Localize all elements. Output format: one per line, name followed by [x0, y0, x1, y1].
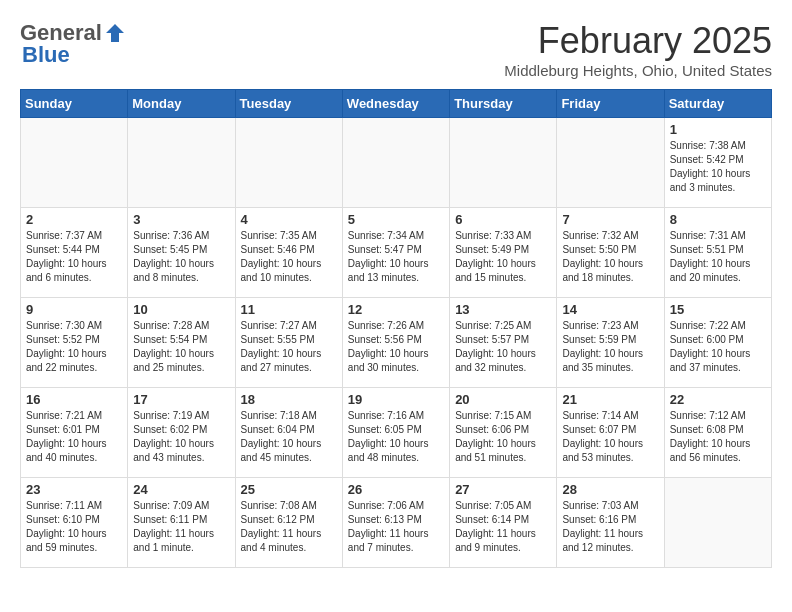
calendar-cell: 2Sunrise: 7:37 AM Sunset: 5:44 PM Daylig… [21, 208, 128, 298]
calendar-week-row: 23Sunrise: 7:11 AM Sunset: 6:10 PM Dayli… [21, 478, 772, 568]
day-number: 10 [133, 302, 229, 317]
calendar-cell: 4Sunrise: 7:35 AM Sunset: 5:46 PM Daylig… [235, 208, 342, 298]
day-info: Sunrise: 7:16 AM Sunset: 6:05 PM Dayligh… [348, 409, 444, 465]
calendar-cell [128, 118, 235, 208]
day-info: Sunrise: 7:35 AM Sunset: 5:46 PM Dayligh… [241, 229, 337, 285]
title-block: February 2025 Middleburg Heights, Ohio, … [504, 20, 772, 79]
column-header-wednesday: Wednesday [342, 90, 449, 118]
day-number: 15 [670, 302, 766, 317]
day-info: Sunrise: 7:19 AM Sunset: 6:02 PM Dayligh… [133, 409, 229, 465]
calendar-cell: 10Sunrise: 7:28 AM Sunset: 5:54 PM Dayli… [128, 298, 235, 388]
location-title: Middleburg Heights, Ohio, United States [504, 62, 772, 79]
day-number: 1 [670, 122, 766, 137]
day-info: Sunrise: 7:23 AM Sunset: 5:59 PM Dayligh… [562, 319, 658, 375]
day-number: 14 [562, 302, 658, 317]
calendar-cell: 26Sunrise: 7:06 AM Sunset: 6:13 PM Dayli… [342, 478, 449, 568]
calendar-cell: 6Sunrise: 7:33 AM Sunset: 5:49 PM Daylig… [450, 208, 557, 298]
calendar-header-row: SundayMondayTuesdayWednesdayThursdayFrid… [21, 90, 772, 118]
logo-blue: Blue [22, 42, 70, 68]
calendar-cell: 20Sunrise: 7:15 AM Sunset: 6:06 PM Dayli… [450, 388, 557, 478]
day-info: Sunrise: 7:08 AM Sunset: 6:12 PM Dayligh… [241, 499, 337, 555]
calendar-cell: 25Sunrise: 7:08 AM Sunset: 6:12 PM Dayli… [235, 478, 342, 568]
day-info: Sunrise: 7:27 AM Sunset: 5:55 PM Dayligh… [241, 319, 337, 375]
day-number: 5 [348, 212, 444, 227]
calendar-week-row: 2Sunrise: 7:37 AM Sunset: 5:44 PM Daylig… [21, 208, 772, 298]
calendar-cell: 1Sunrise: 7:38 AM Sunset: 5:42 PM Daylig… [664, 118, 771, 208]
calendar-cell [557, 118, 664, 208]
day-info: Sunrise: 7:33 AM Sunset: 5:49 PM Dayligh… [455, 229, 551, 285]
column-header-friday: Friday [557, 90, 664, 118]
day-number: 6 [455, 212, 551, 227]
calendar-cell: 14Sunrise: 7:23 AM Sunset: 5:59 PM Dayli… [557, 298, 664, 388]
day-number: 25 [241, 482, 337, 497]
day-number: 3 [133, 212, 229, 227]
calendar-cell: 5Sunrise: 7:34 AM Sunset: 5:47 PM Daylig… [342, 208, 449, 298]
calendar-cell: 22Sunrise: 7:12 AM Sunset: 6:08 PM Dayli… [664, 388, 771, 478]
day-info: Sunrise: 7:37 AM Sunset: 5:44 PM Dayligh… [26, 229, 122, 285]
day-number: 26 [348, 482, 444, 497]
logo-icon [104, 22, 126, 44]
calendar-cell [21, 118, 128, 208]
day-info: Sunrise: 7:15 AM Sunset: 6:06 PM Dayligh… [455, 409, 551, 465]
calendar-cell: 19Sunrise: 7:16 AM Sunset: 6:05 PM Dayli… [342, 388, 449, 478]
day-number: 7 [562, 212, 658, 227]
day-number: 17 [133, 392, 229, 407]
day-number: 4 [241, 212, 337, 227]
day-info: Sunrise: 7:09 AM Sunset: 6:11 PM Dayligh… [133, 499, 229, 555]
day-number: 2 [26, 212, 122, 227]
svg-marker-0 [106, 24, 124, 42]
logo: General Blue [20, 20, 126, 68]
calendar-cell [235, 118, 342, 208]
day-info: Sunrise: 7:12 AM Sunset: 6:08 PM Dayligh… [670, 409, 766, 465]
calendar-cell: 27Sunrise: 7:05 AM Sunset: 6:14 PM Dayli… [450, 478, 557, 568]
calendar-cell [450, 118, 557, 208]
column-header-tuesday: Tuesday [235, 90, 342, 118]
day-info: Sunrise: 7:34 AM Sunset: 5:47 PM Dayligh… [348, 229, 444, 285]
day-info: Sunrise: 7:03 AM Sunset: 6:16 PM Dayligh… [562, 499, 658, 555]
day-number: 20 [455, 392, 551, 407]
calendar-cell: 8Sunrise: 7:31 AM Sunset: 5:51 PM Daylig… [664, 208, 771, 298]
calendar-cell: 3Sunrise: 7:36 AM Sunset: 5:45 PM Daylig… [128, 208, 235, 298]
day-info: Sunrise: 7:06 AM Sunset: 6:13 PM Dayligh… [348, 499, 444, 555]
calendar-cell [342, 118, 449, 208]
day-info: Sunrise: 7:25 AM Sunset: 5:57 PM Dayligh… [455, 319, 551, 375]
column-header-saturday: Saturday [664, 90, 771, 118]
calendar-cell: 11Sunrise: 7:27 AM Sunset: 5:55 PM Dayli… [235, 298, 342, 388]
calendar-cell: 17Sunrise: 7:19 AM Sunset: 6:02 PM Dayli… [128, 388, 235, 478]
calendar-cell: 16Sunrise: 7:21 AM Sunset: 6:01 PM Dayli… [21, 388, 128, 478]
day-number: 18 [241, 392, 337, 407]
day-number: 8 [670, 212, 766, 227]
day-number: 16 [26, 392, 122, 407]
column-header-sunday: Sunday [21, 90, 128, 118]
day-number: 9 [26, 302, 122, 317]
calendar-cell: 7Sunrise: 7:32 AM Sunset: 5:50 PM Daylig… [557, 208, 664, 298]
day-info: Sunrise: 7:14 AM Sunset: 6:07 PM Dayligh… [562, 409, 658, 465]
calendar-cell: 13Sunrise: 7:25 AM Sunset: 5:57 PM Dayli… [450, 298, 557, 388]
day-number: 23 [26, 482, 122, 497]
day-number: 11 [241, 302, 337, 317]
calendar-cell: 9Sunrise: 7:30 AM Sunset: 5:52 PM Daylig… [21, 298, 128, 388]
day-info: Sunrise: 7:28 AM Sunset: 5:54 PM Dayligh… [133, 319, 229, 375]
day-number: 24 [133, 482, 229, 497]
day-info: Sunrise: 7:31 AM Sunset: 5:51 PM Dayligh… [670, 229, 766, 285]
calendar-cell: 28Sunrise: 7:03 AM Sunset: 6:16 PM Dayli… [557, 478, 664, 568]
calendar-cell: 21Sunrise: 7:14 AM Sunset: 6:07 PM Dayli… [557, 388, 664, 478]
calendar-week-row: 1Sunrise: 7:38 AM Sunset: 5:42 PM Daylig… [21, 118, 772, 208]
day-info: Sunrise: 7:18 AM Sunset: 6:04 PM Dayligh… [241, 409, 337, 465]
page-header: General Blue February 2025 Middleburg He… [20, 20, 772, 79]
day-info: Sunrise: 7:22 AM Sunset: 6:00 PM Dayligh… [670, 319, 766, 375]
day-info: Sunrise: 7:21 AM Sunset: 6:01 PM Dayligh… [26, 409, 122, 465]
calendar-week-row: 16Sunrise: 7:21 AM Sunset: 6:01 PM Dayli… [21, 388, 772, 478]
calendar-week-row: 9Sunrise: 7:30 AM Sunset: 5:52 PM Daylig… [21, 298, 772, 388]
calendar-table: SundayMondayTuesdayWednesdayThursdayFrid… [20, 89, 772, 568]
calendar-cell [664, 478, 771, 568]
day-info: Sunrise: 7:05 AM Sunset: 6:14 PM Dayligh… [455, 499, 551, 555]
day-number: 19 [348, 392, 444, 407]
day-number: 21 [562, 392, 658, 407]
calendar-cell: 24Sunrise: 7:09 AM Sunset: 6:11 PM Dayli… [128, 478, 235, 568]
calendar-cell: 23Sunrise: 7:11 AM Sunset: 6:10 PM Dayli… [21, 478, 128, 568]
day-info: Sunrise: 7:32 AM Sunset: 5:50 PM Dayligh… [562, 229, 658, 285]
day-number: 13 [455, 302, 551, 317]
day-info: Sunrise: 7:26 AM Sunset: 5:56 PM Dayligh… [348, 319, 444, 375]
month-title: February 2025 [504, 20, 772, 62]
